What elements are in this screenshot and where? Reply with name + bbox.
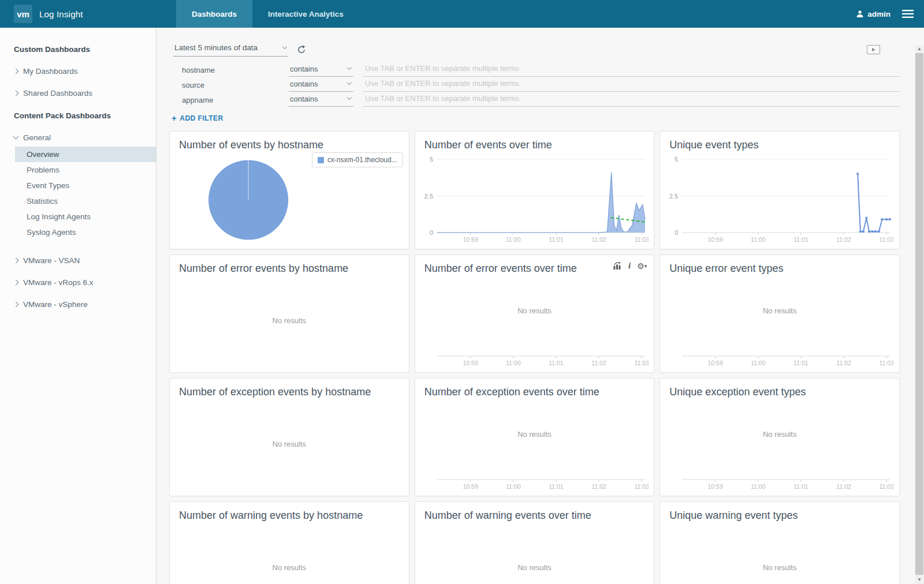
- sidebar-item-event-types[interactable]: Event Types: [15, 178, 156, 193]
- svg-text:11:03: 11:03: [880, 483, 894, 490]
- filter-operator-value: contains: [290, 95, 318, 103]
- present-mode-button[interactable]: [867, 45, 880, 54]
- widgets-grid: Number of events by hostnamecx-nsxm-01.t…: [169, 131, 900, 584]
- svg-text:11:01: 11:01: [549, 360, 564, 366]
- scroll-down-arrow-icon[interactable]: ▼: [915, 576, 924, 584]
- add-filter-button[interactable]: + ADD FILTER: [172, 114, 223, 122]
- sidebar-item-log-insight-agents[interactable]: Log Insight Agents: [15, 209, 156, 224]
- filter-value-input[interactable]: [363, 63, 900, 77]
- filter-value-input[interactable]: [363, 93, 900, 107]
- sidebar-item-syslog-agents[interactable]: Syslog Agents: [15, 224, 156, 240]
- widget-chart: 10:5911:0011:0111:0211:03: [421, 402, 649, 492]
- widget-unique-event-types: Unique event types02.5510:5911:0011:0111…: [660, 131, 900, 249]
- sidebar-item-label: General: [23, 133, 51, 142]
- svg-text:11:01: 11:01: [793, 236, 808, 243]
- svg-text:11:01: 11:01: [549, 483, 564, 490]
- svg-text:10:59: 10:59: [708, 483, 723, 490]
- widget-number-of-warning-events-by-hostname: Number of warning events by hostnameNo r…: [169, 501, 409, 584]
- sidebar-item-vmware-vsan[interactable]: VMware - VSAN: [0, 252, 156, 269]
- filter-operator-select[interactable]: contains: [289, 93, 353, 107]
- widget-number-of-exception-events-by-hostname: Number of exception events by hostnameNo…: [169, 378, 409, 496]
- filter-row-source: sourcecontains: [169, 77, 900, 92]
- tab-dashboards[interactable]: Dashboards: [176, 0, 252, 28]
- sidebar-item-statistics[interactable]: Statistics: [15, 193, 156, 209]
- filter-operator-select[interactable]: contains: [289, 78, 353, 92]
- time-range-value: Latest 5 minutes of data: [174, 43, 258, 52]
- widget-chart: [176, 155, 403, 245]
- top-bar: vm Log Insight Dashboards Interactive An…: [0, 0, 924, 28]
- widget-unique-exception-event-types: Unique exception event types10:5911:0011…: [660, 378, 900, 496]
- main-content: Latest 5 minutes of data hostnamecontain…: [157, 28, 915, 584]
- sidebar-item-general[interactable]: General: [0, 129, 156, 147]
- svg-text:11:01: 11:01: [549, 236, 564, 243]
- svg-text:10:59: 10:59: [463, 483, 478, 490]
- widget-number-of-events-over-time: Number of events over time02.5510:5911:0…: [415, 131, 655, 249]
- svg-text:11:00: 11:00: [506, 483, 521, 490]
- widget-chart: 10:5911:0011:0111:0211:03: [666, 278, 893, 369]
- no-results-label: No results: [170, 440, 409, 448]
- sidebar-item-my-dashboards[interactable]: My Dashboards: [0, 62, 156, 80]
- svg-text:11:02: 11:02: [591, 483, 606, 490]
- settings-icon[interactable]: ⚙▾: [637, 261, 647, 271]
- filter-operator-value: contains: [290, 80, 318, 88]
- topbar-right: admin: [856, 0, 914, 28]
- sidebar-item-problems[interactable]: Problems: [15, 162, 156, 178]
- widget-chart: [176, 525, 403, 584]
- svg-text:10:59: 10:59: [463, 236, 478, 243]
- vertical-scrollbar[interactable]: ▲ ▼: [915, 45, 924, 584]
- scrollbar-thumb[interactable]: [915, 53, 923, 575]
- svg-text:2.5: 2.5: [424, 193, 433, 200]
- chevron-down-icon: [347, 65, 352, 70]
- svg-text:11:00: 11:00: [751, 360, 766, 366]
- app-title: Log Insight: [39, 0, 83, 28]
- filter-field-label: appname: [182, 96, 289, 104]
- svg-text:11:01: 11:01: [793, 483, 808, 490]
- widget-number-of-error-events-by-hostname: Number of error events by hostnameNo res…: [169, 254, 409, 373]
- widget-chart: 10:5911:0011:0111:0211:03: [666, 402, 893, 492]
- dashboard-sidebar: Custom DashboardsMy DashboardsShared Das…: [0, 28, 157, 584]
- widget-chart: 10:5911:0011:0111:0211:03: [421, 278, 649, 369]
- svg-text:5: 5: [675, 156, 678, 163]
- widget-chart: [421, 525, 649, 584]
- no-results-label: No results: [170, 316, 409, 325]
- svg-text:11:01: 11:01: [793, 360, 808, 366]
- chevron-down-icon: [13, 134, 19, 140]
- widget-unique-error-event-types: Unique error event types10:5911:0011:011…: [660, 254, 900, 373]
- widget-title: Number of warning events over time: [424, 510, 645, 522]
- hamburger-menu-icon[interactable]: [902, 10, 914, 18]
- widget-number-of-error-events-over-time: Number of error events over timei⚙▾10:59…: [415, 254, 655, 373]
- filter-value-input[interactable]: [363, 78, 900, 92]
- open-in-analytics-icon[interactable]: [613, 262, 622, 269]
- widget-title: Unique warning event types: [669, 510, 890, 522]
- filter-operator-value: contains: [290, 65, 318, 73]
- svg-text:0: 0: [430, 229, 433, 236]
- svg-text:11:02: 11:02: [591, 360, 606, 366]
- svg-text:11:02: 11:02: [837, 236, 852, 243]
- widget-title: Unique event types: [669, 139, 890, 151]
- sidebar-item-shared-dashboards[interactable]: Shared Dashboards: [0, 84, 156, 102]
- scroll-up-arrow-icon[interactable]: ▲: [915, 45, 924, 53]
- filter-operator-select[interactable]: contains: [289, 63, 353, 77]
- refresh-button[interactable]: [297, 45, 306, 54]
- widget-number-of-exception-events-over-time: Number of exception events over time10:5…: [415, 378, 655, 496]
- sidebar-item-overview[interactable]: Overview: [15, 147, 156, 162]
- sidebar-item-label: My Dashboards: [23, 67, 78, 76]
- gear-icon: ⚙: [637, 261, 644, 271]
- widget-title: Number of warning events by hostname: [179, 510, 400, 522]
- main-tabs: Dashboards Interactive Analytics: [176, 0, 359, 28]
- user-menu[interactable]: admin: [856, 10, 891, 18]
- svg-text:11:00: 11:00: [506, 236, 521, 243]
- svg-text:2.5: 2.5: [669, 193, 678, 200]
- svg-text:11:02: 11:02: [837, 483, 852, 490]
- time-range-select[interactable]: Latest 5 minutes of data: [173, 42, 288, 57]
- no-results-label: No results: [170, 563, 409, 572]
- info-icon[interactable]: i: [628, 261, 631, 271]
- sidebar-item-vmware-vrops-6-x[interactable]: VMware - vRops 6.x: [0, 274, 156, 291]
- widget-chart: 02.5510:5911:0011:0111:0211:03: [421, 155, 649, 245]
- sidebar-item-label: Shared Dashboards: [23, 89, 92, 98]
- tab-interactive-analytics[interactable]: Interactive Analytics: [252, 0, 359, 28]
- legend-swatch: [318, 157, 324, 163]
- sidebar-item-vmware-vsphere[interactable]: VMware - vSphere: [0, 295, 156, 313]
- svg-text:11:00: 11:00: [751, 483, 766, 490]
- svg-text:0: 0: [675, 229, 678, 236]
